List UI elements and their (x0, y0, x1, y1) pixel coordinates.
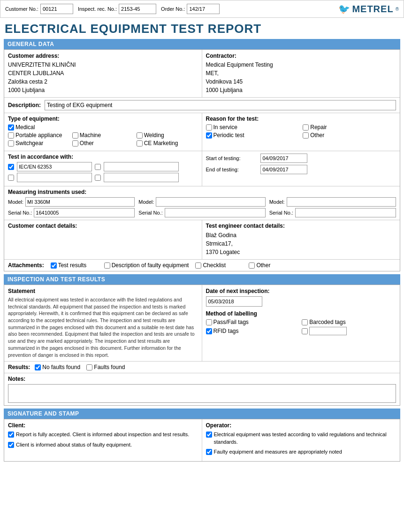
instr-2-model: Model: (138, 197, 265, 207)
instrument-2: Model: Serial No.: (138, 197, 265, 217)
signature-body: Client: Report is fully accepted. Client… (4, 419, 400, 462)
ta-input-4[interactable] (104, 173, 179, 182)
client-col: Client: Report is fully accepted. Client… (4, 419, 202, 461)
customer-address-value: UNIVERZITETNI KLINIČNICENTER LJUBLJANAZa… (8, 61, 198, 94)
engineer-contact-label: Test engineer contact details: (206, 223, 396, 229)
client-item-1: Report is fully accepted. Client is info… (8, 431, 198, 438)
cb-medical: Medical (8, 124, 69, 131)
ta-input-2[interactable] (104, 162, 179, 171)
cb-machine: Machine (72, 132, 134, 139)
operator-item-1-text: Electrical equipment was tested accordin… (214, 431, 396, 446)
attach-test-results: Test results (51, 262, 98, 269)
customer-no-input[interactable] (40, 4, 73, 14)
notes-row: Notes: (4, 373, 400, 405)
end-date-row: End of testing: (206, 165, 396, 174)
inspect-rec-field: Inspect. rec. No.: (78, 4, 156, 14)
description-input[interactable] (45, 100, 396, 110)
client-label: Client: (8, 422, 198, 429)
notes-label: Notes: (8, 376, 396, 382)
operator-item-2-text: Faulty equipment and measures are approp… (214, 448, 342, 455)
cb-in-service: In service (206, 124, 299, 131)
ta-input-1[interactable] (17, 162, 92, 171)
client-item-1-text: Report is fully accepted. Client is info… (16, 431, 189, 438)
inspect-rec-input[interactable] (119, 4, 156, 14)
reason-test-label: Reason for the test: (206, 116, 396, 122)
cb-pass-fail: Pass/Fail tags (206, 319, 300, 325)
inspection-body: Statement All electrical equipment was t… (4, 285, 400, 406)
inspection-header: INSPECTION AND TEST RESULTS (4, 274, 400, 285)
cb-rfid: RFID tags (206, 327, 300, 335)
cb-reason-other: Other (303, 132, 396, 139)
ta-cb-4[interactable] (95, 175, 101, 181)
ta-cb-1[interactable] (8, 164, 14, 170)
inspection-grid: Statement All electrical equipment was t… (4, 285, 400, 361)
cb-welding: Welding (137, 132, 198, 139)
cb-barcoded: Barcoded tags (302, 319, 396, 325)
equipment-right: Reason for the test: In service Repair P… (202, 113, 400, 151)
method-extra-input[interactable] (309, 327, 347, 335)
ta-row-2 (8, 173, 198, 182)
instr-1-model-input[interactable] (25, 197, 135, 207)
ta-cb-2[interactable] (95, 164, 101, 170)
cb-ce: CE Marketing (137, 140, 198, 146)
customer-contact-area (8, 231, 198, 257)
instr-3-model-input[interactable] (287, 197, 396, 207)
equipment-type-label: Type of equipment: (8, 116, 198, 122)
contractor-value: Medical Equipment TestingMET,Vodnikova 1… (206, 61, 396, 94)
logo-brand: METREL (352, 4, 393, 15)
instr-2-serial-input[interactable] (165, 208, 266, 217)
statement-col: Statement All electrical equipment was t… (4, 285, 202, 361)
instr-3-serial-input[interactable] (295, 208, 396, 217)
ta-cb-3[interactable] (8, 175, 14, 181)
order-no-label: Order No.: (161, 6, 185, 12)
instruments-row: Measuring instruments used: Model: Seria… (4, 186, 400, 220)
instr-1-serial-input[interactable] (34, 208, 135, 217)
customer-address-label: Customer address: (8, 53, 198, 59)
cb-portable: Portable appliance (8, 132, 69, 139)
test-accordance-label: Test in accordance with: (8, 154, 198, 160)
attach-other: Other (249, 262, 296, 269)
next-inspection-input[interactable] (206, 296, 262, 307)
attachments-label: Attachments: (8, 262, 44, 269)
engineer-contact-value: Blaž GodinaStrmica17,1370 Logatec (206, 231, 396, 256)
instr-1-serial: Serial No.: (8, 208, 135, 217)
contractor-col: Contractor: Medical Equipment TestingMET… (202, 50, 400, 97)
start-date-input[interactable] (260, 154, 307, 163)
description-label: Description: (8, 102, 41, 108)
attach-checklist: Checklist (195, 262, 242, 269)
cb-switchgear: Switchgear (8, 140, 69, 146)
operator-label: Operator: (206, 422, 396, 429)
attachments-row: Attachments: Test results Description of… (4, 260, 400, 271)
instr-3-model: Model: (269, 197, 396, 207)
instr-2-model-input[interactable] (156, 197, 265, 207)
notes-textarea[interactable] (8, 384, 396, 403)
order-no-input[interactable] (187, 4, 220, 14)
general-data-body: Customer address: UNIVERZITETNI KLINIČNI… (4, 49, 400, 271)
inspection-section: INSPECTION AND TEST RESULTS Statement Al… (4, 274, 400, 406)
cb-other-equip: Other (72, 140, 134, 146)
cb-periodic: Periodic test (206, 132, 299, 139)
customer-no-label: Customer No.: (5, 6, 38, 12)
attach-faulty: Description of faulty equipment (104, 262, 189, 269)
test-accordance-row: Test in accordance with: Start (4, 151, 400, 186)
results-row: Results: No faults found Faults found (4, 361, 400, 373)
signature-header: SIGNATURE AND STAMP (4, 409, 400, 419)
client-item-2: Client is informed about status of fault… (8, 441, 198, 448)
signature-grid: Client: Report is fully accepted. Client… (4, 419, 400, 461)
description-row: Description: (4, 98, 400, 113)
ta-input-3[interactable] (17, 173, 92, 182)
customer-contact-col: Customer contact details: (4, 220, 202, 259)
instruments-grid: Model: Serial No.: Model: Serial (8, 197, 396, 217)
cb-no-faults: No faults found (35, 364, 82, 370)
ta-row-1 (8, 162, 198, 171)
statement-text: All electrical equipment was tested in a… (8, 296, 198, 358)
cb-method-extra (302, 327, 396, 335)
end-date-input[interactable] (260, 165, 307, 174)
operator-item-2: Faulty equipment and measures are approp… (206, 448, 396, 455)
signature-section: SIGNATURE AND STAMP Client: Report is fu… (4, 409, 400, 462)
cb-faults-found: Faults found (86, 364, 133, 370)
equipment-left: Type of equipment: Medical Portable appl… (4, 113, 202, 151)
statement-label: Statement (8, 288, 198, 294)
inspect-rec-label: Inspect. rec. No.: (78, 6, 117, 12)
next-inspection-label: Date of next inspection: (206, 288, 396, 294)
